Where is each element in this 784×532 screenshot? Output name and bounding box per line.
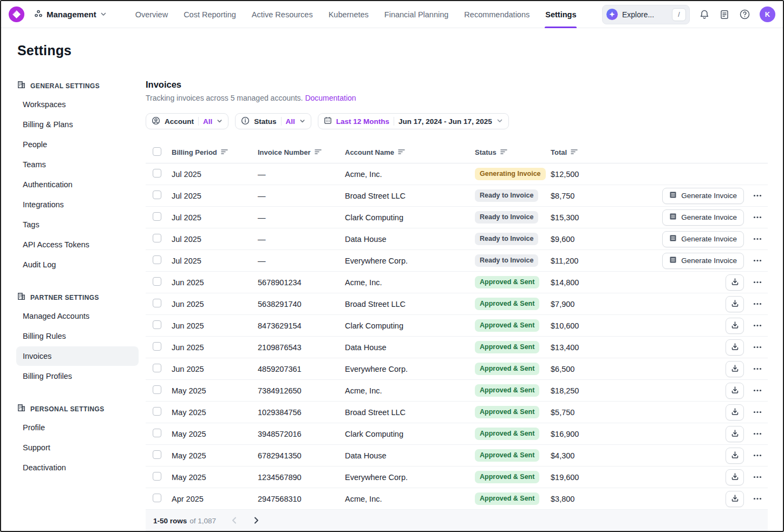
invoice-document-icon	[669, 234, 677, 244]
notifications-bell-icon[interactable]	[699, 9, 710, 20]
nav-item-overview[interactable]: Overview	[135, 1, 168, 28]
vantage-logo-icon[interactable]	[9, 6, 24, 22]
explore-search-button[interactable]: Explore... /	[602, 5, 690, 24]
download-invoice-button[interactable]	[726, 361, 744, 377]
help-icon[interactable]	[739, 9, 750, 20]
sidebar-item-people[interactable]: People	[16, 135, 139, 154]
sidebar-item-api-access-tokens[interactable]: API Access Tokens	[16, 235, 139, 254]
table-row: Jun 2025 4859207361 Everywhere Corp. App…	[146, 358, 768, 380]
generate-invoice-button[interactable]: Generate Invoice	[662, 188, 744, 204]
download-invoice-button[interactable]	[726, 448, 744, 464]
account-name-cell: Clark Computing	[345, 321, 475, 330]
row-checkbox[interactable]	[153, 212, 161, 221]
sidebar-item-authentication[interactable]: Authentication	[16, 175, 139, 194]
status-badge: Approved & Sent	[475, 341, 539, 353]
row-checkbox[interactable]	[153, 234, 161, 242]
nav-item-kubernetes[interactable]: Kubernetes	[328, 1, 369, 28]
select-all-checkbox[interactable]	[153, 147, 161, 156]
row-checkbox[interactable]	[153, 299, 161, 307]
sidebar-section: PARTNER SETTINGS Managed AccountsBilling…	[16, 291, 139, 386]
sidebar-item-audit-log[interactable]: Audit Log	[16, 255, 139, 274]
row-checkbox[interactable]	[153, 320, 161, 329]
row-checkbox[interactable]	[153, 494, 161, 502]
row-more-button[interactable]	[752, 431, 763, 436]
row-actions: Generate Invoice	[616, 231, 768, 247]
download-invoice-button[interactable]	[726, 383, 744, 399]
row-checkbox[interactable]	[153, 385, 161, 394]
account-name-cell: Everywhere Corp.	[345, 257, 475, 265]
nav-item-financial-planning[interactable]: Financial Planning	[384, 1, 449, 28]
sidebar-item-profile[interactable]: Profile	[16, 418, 139, 437]
sort-icon[interactable]	[571, 148, 578, 156]
download-invoice-button[interactable]	[726, 404, 744, 421]
sidebar-item-teams[interactable]: Teams	[16, 155, 139, 174]
download-invoice-button[interactable]	[726, 296, 744, 312]
row-checkbox[interactable]	[153, 450, 161, 459]
row-more-button[interactable]	[752, 323, 763, 328]
row-checkbox[interactable]	[153, 364, 161, 372]
row-checkbox[interactable]	[153, 169, 161, 178]
account-filter[interactable]: Account All	[146, 113, 228, 129]
user-avatar[interactable]: K	[760, 6, 775, 22]
sidebar-item-managed-accounts[interactable]: Managed Accounts	[16, 306, 139, 326]
row-checkbox[interactable]	[153, 255, 161, 264]
changelog-document-icon[interactable]	[719, 9, 730, 20]
row-more-button[interactable]	[752, 496, 763, 501]
prev-page-button[interactable]	[230, 515, 238, 526]
sidebar-item-support[interactable]: Support	[16, 438, 139, 457]
table-row: Jun 2025 2109876543 Data House Approved …	[146, 337, 768, 358]
total-cell: $7,900	[551, 300, 616, 308]
row-checkbox[interactable]	[153, 342, 161, 351]
row-more-button[interactable]	[752, 237, 763, 241]
next-page-button[interactable]	[252, 515, 260, 526]
sidebar-item-billing-plans[interactable]: Billing & Plans	[16, 115, 139, 134]
sidebar-item-workspaces[interactable]: Workspaces	[16, 95, 139, 114]
sort-icon[interactable]	[398, 148, 405, 156]
row-more-button[interactable]	[752, 345, 763, 350]
generate-invoice-button[interactable]: Generate Invoice	[662, 209, 744, 226]
sidebar-item-integrations[interactable]: Integrations	[16, 195, 139, 214]
sort-icon[interactable]	[500, 148, 507, 156]
row-more-button[interactable]	[752, 453, 763, 458]
sidebar-item-invoices[interactable]: Invoices	[16, 346, 139, 366]
row-checkbox[interactable]	[153, 407, 161, 416]
status-filter[interactable]: Status All	[235, 113, 311, 129]
status-badge: Approved & Sent	[475, 319, 539, 332]
row-more-button[interactable]	[752, 280, 763, 285]
generate-invoice-button[interactable]: Generate Invoice	[662, 253, 744, 269]
sidebar-item-tags[interactable]: Tags	[16, 215, 139, 234]
nav-item-cost-reporting[interactable]: Cost Reporting	[183, 1, 237, 28]
row-more-button[interactable]	[752, 193, 763, 198]
date-range-picker[interactable]: Last 12 Months Jun 17, 2024 - Jun 17, 20…	[318, 113, 509, 129]
download-invoice-button[interactable]	[726, 491, 744, 507]
row-more-button[interactable]	[752, 301, 763, 306]
row-more-button[interactable]	[752, 475, 763, 480]
workspace-switcher[interactable]: Management	[34, 9, 107, 20]
row-more-button[interactable]	[752, 258, 763, 263]
download-invoice-button[interactable]	[726, 274, 744, 291]
download-invoice-button[interactable]	[726, 469, 744, 485]
nav-item-settings[interactable]: Settings	[545, 1, 577, 28]
sidebar-item-billing-rules[interactable]: Billing Rules	[16, 326, 139, 346]
row-more-button[interactable]	[752, 366, 763, 371]
nav-item-recommendations[interactable]: Recommendations	[463, 1, 530, 28]
row-checkbox[interactable]	[153, 429, 161, 437]
row-more-button[interactable]	[752, 215, 763, 220]
row-more-button[interactable]	[752, 410, 763, 415]
download-invoice-button[interactable]	[726, 339, 744, 356]
download-icon	[731, 343, 739, 352]
documentation-link[interactable]: Documentation	[305, 94, 356, 102]
sidebar-item-deactivation[interactable]: Deactivation	[16, 458, 139, 477]
row-checkbox[interactable]	[153, 472, 161, 481]
sort-icon[interactable]	[221, 148, 228, 156]
nav-item-active-resources[interactable]: Active Resources	[251, 1, 313, 28]
row-checkbox[interactable]	[153, 277, 161, 286]
row-more-button[interactable]	[752, 388, 763, 393]
download-invoice-button[interactable]	[726, 318, 744, 334]
sidebar-item-billing-profiles[interactable]: Billing Profiles	[16, 366, 139, 386]
invoice-document-icon	[669, 191, 677, 200]
download-invoice-button[interactable]	[726, 426, 744, 442]
sort-icon[interactable]	[315, 148, 322, 156]
row-checkbox[interactable]	[153, 191, 161, 199]
generate-invoice-button[interactable]: Generate Invoice	[662, 231, 744, 247]
